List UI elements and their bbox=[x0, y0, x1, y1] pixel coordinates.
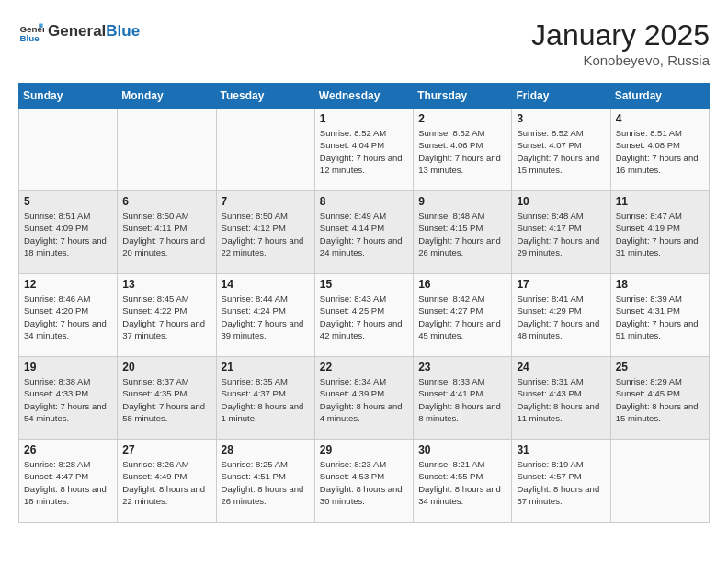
week-row-4: 19 Sunrise: 8:38 AMSunset: 4:33 PMDaylig… bbox=[19, 357, 710, 440]
day-number: 23 bbox=[418, 361, 506, 373]
calendar-table: Sunday Monday Tuesday Wednesday Thursday… bbox=[18, 83, 710, 523]
day-info: Sunrise: 8:48 AMSunset: 4:15 PMDaylight:… bbox=[418, 210, 506, 259]
day-info: Sunrise: 8:39 AMSunset: 4:31 PMDaylight:… bbox=[616, 293, 704, 341]
day-info: Sunrise: 8:45 AMSunset: 4:22 PMDaylight:… bbox=[122, 293, 210, 341]
day-info: Sunrise: 8:29 AMSunset: 4:45 PMDaylight:… bbox=[616, 375, 704, 424]
day-number: 18 bbox=[616, 278, 704, 291]
day-number: 1 bbox=[320, 112, 408, 125]
day-cell-2-4: 16 Sunrise: 8:42 AMSunset: 4:27 PMDaylig… bbox=[414, 274, 512, 357]
day-number: 20 bbox=[122, 361, 210, 373]
header-sunday: Sunday bbox=[19, 84, 118, 109]
day-cell-1-5: 10 Sunrise: 8:48 AMSunset: 4:17 PMDaylig… bbox=[512, 191, 610, 274]
day-info: Sunrise: 8:19 AMSunset: 4:57 PMDaylight:… bbox=[517, 458, 605, 507]
day-number: 11 bbox=[616, 195, 704, 208]
day-info: Sunrise: 8:34 AMSunset: 4:39 PMDaylight:… bbox=[320, 375, 408, 424]
day-info: Sunrise: 8:43 AMSunset: 4:25 PMDaylight:… bbox=[320, 293, 408, 341]
day-cell-4-4: 30 Sunrise: 8:21 AMSunset: 4:55 PMDaylig… bbox=[414, 440, 512, 523]
week-row-5: 26 Sunrise: 8:28 AMSunset: 4:47 PMDaylig… bbox=[19, 440, 710, 523]
day-cell-4-1: 27 Sunrise: 8:26 AMSunset: 4:49 PMDaylig… bbox=[118, 440, 216, 523]
day-info: Sunrise: 8:35 AMSunset: 4:37 PMDaylight:… bbox=[222, 375, 310, 424]
location-subtitle: Konobeyevo, Russia bbox=[531, 52, 710, 68]
day-info: Sunrise: 8:31 AMSunset: 4:43 PMDaylight:… bbox=[517, 375, 605, 424]
header-wednesday: Wednesday bbox=[314, 84, 413, 109]
day-number: 13 bbox=[122, 278, 210, 291]
day-number: 9 bbox=[418, 195, 506, 208]
day-info: Sunrise: 8:50 AMSunset: 4:11 PMDaylight:… bbox=[122, 210, 210, 259]
day-info: Sunrise: 8:49 AMSunset: 4:14 PMDaylight:… bbox=[320, 210, 408, 259]
day-number: 16 bbox=[418, 278, 506, 291]
logo: General Blue GeneralBlue bbox=[18, 18, 140, 44]
day-number: 8 bbox=[320, 195, 408, 208]
day-info: Sunrise: 8:50 AMSunset: 4:12 PMDaylight:… bbox=[222, 210, 310, 259]
day-cell-3-0: 19 Sunrise: 8:38 AMSunset: 4:33 PMDaylig… bbox=[19, 357, 118, 440]
day-cell-1-1: 6 Sunrise: 8:50 AMSunset: 4:11 PMDayligh… bbox=[118, 191, 216, 274]
day-number: 30 bbox=[418, 443, 506, 456]
day-number: 2 bbox=[418, 112, 506, 125]
header-thursday: Thursday bbox=[414, 84, 512, 109]
day-number: 15 bbox=[320, 278, 408, 291]
day-number: 19 bbox=[24, 361, 112, 373]
header-tuesday: Tuesday bbox=[216, 84, 314, 109]
day-info: Sunrise: 8:23 AMSunset: 4:53 PMDaylight:… bbox=[320, 458, 408, 507]
day-number: 21 bbox=[222, 361, 310, 373]
day-number: 24 bbox=[517, 361, 605, 373]
day-info: Sunrise: 8:52 AMSunset: 4:04 PMDaylight:… bbox=[320, 127, 408, 176]
day-cell-2-1: 13 Sunrise: 8:45 AMSunset: 4:22 PMDaylig… bbox=[118, 274, 216, 357]
header-saturday: Saturday bbox=[610, 84, 709, 109]
day-number: 22 bbox=[320, 361, 408, 373]
day-cell-2-2: 14 Sunrise: 8:44 AMSunset: 4:24 PMDaylig… bbox=[216, 274, 314, 357]
day-cell-4-5: 31 Sunrise: 8:19 AMSunset: 4:57 PMDaylig… bbox=[512, 440, 610, 523]
day-cell-1-6: 11 Sunrise: 8:47 AMSunset: 4:19 PMDaylig… bbox=[610, 191, 709, 274]
day-number: 5 bbox=[24, 195, 112, 208]
month-year-title: January 2025 bbox=[531, 18, 710, 52]
day-info: Sunrise: 8:26 AMSunset: 4:49 PMDaylight:… bbox=[122, 458, 210, 507]
logo-icon: General Blue bbox=[18, 18, 44, 44]
day-info: Sunrise: 8:42 AMSunset: 4:27 PMDaylight:… bbox=[418, 293, 506, 341]
page-header: General Blue GeneralBlue January 2025 Ko… bbox=[18, 18, 710, 68]
day-number: 7 bbox=[222, 195, 310, 208]
day-cell-4-2: 28 Sunrise: 8:25 AMSunset: 4:51 PMDaylig… bbox=[216, 440, 314, 523]
day-info: Sunrise: 8:52 AMSunset: 4:06 PMDaylight:… bbox=[418, 127, 506, 176]
day-cell-2-6: 18 Sunrise: 8:39 AMSunset: 4:31 PMDaylig… bbox=[610, 274, 709, 357]
day-cell-1-0: 5 Sunrise: 8:51 AMSunset: 4:09 PMDayligh… bbox=[19, 191, 118, 274]
day-cell-3-4: 23 Sunrise: 8:33 AMSunset: 4:41 PMDaylig… bbox=[414, 357, 512, 440]
day-info: Sunrise: 8:44 AMSunset: 4:24 PMDaylight:… bbox=[222, 293, 310, 341]
day-cell-1-3: 8 Sunrise: 8:49 AMSunset: 4:14 PMDayligh… bbox=[314, 191, 413, 274]
day-number: 26 bbox=[24, 443, 112, 456]
day-cell-3-1: 20 Sunrise: 8:37 AMSunset: 4:35 PMDaylig… bbox=[118, 357, 216, 440]
day-cell-3-2: 21 Sunrise: 8:35 AMSunset: 4:37 PMDaylig… bbox=[216, 357, 314, 440]
day-number: 25 bbox=[616, 361, 704, 373]
day-number: 10 bbox=[517, 195, 605, 208]
day-cell-0-2 bbox=[216, 109, 314, 191]
day-number: 28 bbox=[222, 443, 310, 456]
day-cell-3-3: 22 Sunrise: 8:34 AMSunset: 4:39 PMDaylig… bbox=[314, 357, 413, 440]
day-info: Sunrise: 8:52 AMSunset: 4:07 PMDaylight:… bbox=[517, 127, 605, 176]
day-cell-2-5: 17 Sunrise: 8:41 AMSunset: 4:29 PMDaylig… bbox=[512, 274, 610, 357]
day-cell-0-0 bbox=[19, 109, 118, 191]
day-cell-0-1 bbox=[118, 109, 216, 191]
day-number: 31 bbox=[517, 443, 605, 456]
day-info: Sunrise: 8:47 AMSunset: 4:19 PMDaylight:… bbox=[616, 210, 704, 259]
day-info: Sunrise: 8:25 AMSunset: 4:51 PMDaylight:… bbox=[222, 458, 310, 507]
day-number: 3 bbox=[517, 112, 605, 125]
header-monday: Monday bbox=[118, 84, 216, 109]
day-cell-3-6: 25 Sunrise: 8:29 AMSunset: 4:45 PMDaylig… bbox=[610, 357, 709, 440]
day-info: Sunrise: 8:33 AMSunset: 4:41 PMDaylight:… bbox=[418, 375, 506, 424]
week-row-1: 1 Sunrise: 8:52 AMSunset: 4:04 PMDayligh… bbox=[19, 109, 710, 191]
day-number: 6 bbox=[122, 195, 210, 208]
day-number: 4 bbox=[616, 112, 704, 125]
day-info: Sunrise: 8:48 AMSunset: 4:17 PMDaylight:… bbox=[517, 210, 605, 259]
day-number: 17 bbox=[517, 278, 605, 291]
day-info: Sunrise: 8:46 AMSunset: 4:20 PMDaylight:… bbox=[24, 293, 112, 341]
day-info: Sunrise: 8:28 AMSunset: 4:47 PMDaylight:… bbox=[24, 458, 112, 507]
day-number: 29 bbox=[320, 443, 408, 456]
day-number: 27 bbox=[122, 443, 210, 456]
day-cell-0-6: 4 Sunrise: 8:51 AMSunset: 4:08 PMDayligh… bbox=[610, 109, 709, 191]
day-cell-0-3: 1 Sunrise: 8:52 AMSunset: 4:04 PMDayligh… bbox=[314, 109, 413, 191]
title-block: January 2025 Konobeyevo, Russia bbox=[531, 18, 710, 68]
header-friday: Friday bbox=[512, 84, 610, 109]
day-cell-0-4: 2 Sunrise: 8:52 AMSunset: 4:06 PMDayligh… bbox=[414, 109, 512, 191]
day-info: Sunrise: 8:37 AMSunset: 4:35 PMDaylight:… bbox=[122, 375, 210, 424]
day-number: 12 bbox=[24, 278, 112, 291]
week-row-3: 12 Sunrise: 8:46 AMSunset: 4:20 PMDaylig… bbox=[19, 274, 710, 357]
